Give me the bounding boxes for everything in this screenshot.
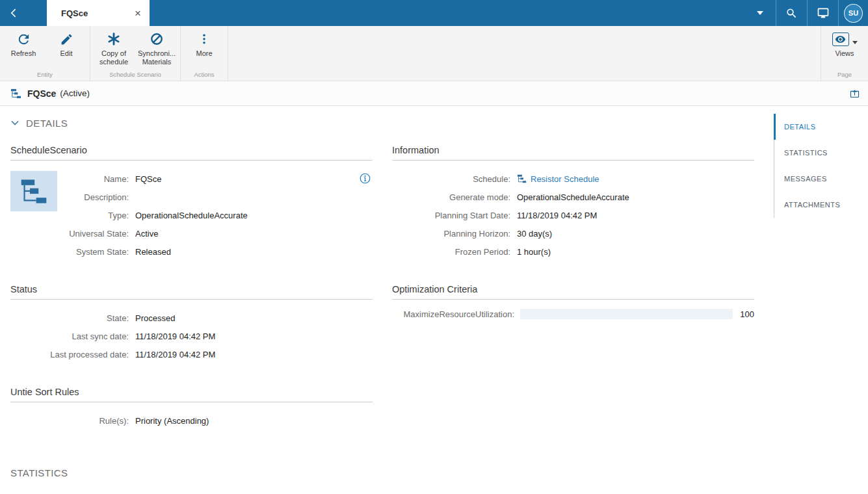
field-row: Last processed date:11/18/2019 04:42 PM xyxy=(10,345,373,363)
field-row: State:Processed xyxy=(10,309,373,327)
panel-title: ScheduleScenario xyxy=(10,145,373,161)
more-dots-icon xyxy=(198,31,211,47)
content-area: DETAILS ScheduleScenario Name:FQSce Desc… xyxy=(0,106,868,494)
main-panel: DETAILS ScheduleScenario Name:FQSce Desc… xyxy=(0,106,774,494)
details-section-header[interactable]: DETAILS xyxy=(10,116,774,129)
topbar: FQSce × SU xyxy=(0,0,868,26)
field-row: Name:FQSce xyxy=(10,170,373,188)
field-row: Planning Start Date:11/18/2019 04:42 PM xyxy=(392,206,754,224)
nav-item-details[interactable]: DETAILS xyxy=(774,114,868,140)
schedule-icon xyxy=(517,174,527,183)
eye-icon xyxy=(832,32,849,46)
details-section-title: DETAILS xyxy=(26,118,68,129)
optimization-label: MaximizeResourceUtilization: xyxy=(392,309,514,319)
panel-optimization-criteria: Optimization Criteria MaximizeResourceUt… xyxy=(392,284,754,319)
back-button[interactable] xyxy=(0,0,29,26)
chevron-down-icon xyxy=(757,11,763,15)
statistics-section-header[interactable]: STATISTICS xyxy=(10,466,774,479)
ribbon-group-label-actions: Actions xyxy=(183,71,226,81)
field-row: Last sync date:11/18/2019 04:42 PM xyxy=(10,327,373,345)
search-button[interactable] xyxy=(776,0,807,26)
avatar: SU xyxy=(844,4,863,23)
ribbon-group-label-schedule-scenario: Schedule Scenario xyxy=(92,71,178,81)
schedule-link[interactable]: Resistor Schedule xyxy=(531,174,599,184)
entity-title-bar: FQSce (Active) xyxy=(0,81,868,106)
panel-status: Status State:Processed Last sync date:11… xyxy=(10,284,373,363)
panel-untie-sort-rules: Untie Sort Rules Rule(s):Priority (Ascen… xyxy=(10,387,373,430)
field-label: Type: xyxy=(10,211,129,220)
copy-of-schedule-label: Copy of schedule xyxy=(92,49,135,66)
field-value: OperationalScheduleAccurate xyxy=(135,211,248,220)
topbar-spacer xyxy=(150,0,744,26)
search-icon xyxy=(785,7,798,20)
panel-information: Information Schedule: Resistor Schedule … xyxy=(392,145,754,261)
more-button[interactable]: More xyxy=(183,26,226,58)
details-grid: ScheduleScenario Name:FQSce Description:… xyxy=(10,145,774,430)
chevron-down-icon xyxy=(852,41,858,44)
ribbon-spacer xyxy=(228,26,821,81)
page-title: FQSce xyxy=(27,88,56,99)
monitor-button[interactable] xyxy=(807,0,838,26)
tab-close-icon[interactable]: × xyxy=(131,6,144,20)
views-label: Views xyxy=(835,49,854,58)
page-title-state: (Active) xyxy=(60,88,90,98)
field-row: Type:OperationalScheduleAccurate xyxy=(10,206,373,224)
panel-schedule-scenario: ScheduleScenario Name:FQSce Description:… xyxy=(10,145,373,261)
ribbon-group-entity: Refresh Edit Entity xyxy=(0,26,90,81)
field-value: Released xyxy=(135,247,171,257)
nav-item-statistics[interactable]: STATISTICS xyxy=(774,140,868,166)
field-row: Frozen Period:1 hour(s) xyxy=(392,242,754,261)
sync-materials-icon xyxy=(150,31,164,47)
asterisk-icon xyxy=(107,31,121,47)
ribbon-group-schedule-scenario: Copy of schedule Synchroni... Materials … xyxy=(90,26,181,81)
ribbon-group-label-page: Page xyxy=(823,71,866,81)
refresh-label: Refresh xyxy=(11,49,36,58)
info-icon[interactable] xyxy=(359,172,371,185)
optimization-row: MaximizeResourceUtilization: 100 xyxy=(392,309,754,319)
refresh-icon xyxy=(16,31,31,47)
synchronize-materials-button[interactable]: Synchroni... Materials xyxy=(135,26,178,66)
field-row: Description: xyxy=(10,188,373,206)
nav-item-messages[interactable]: MESSAGES xyxy=(774,166,868,192)
tab-title: FQSce xyxy=(61,8,131,18)
nav-item-attachments[interactable]: ATTACHMENTS xyxy=(774,192,868,218)
optimization-value: 100 xyxy=(739,309,754,319)
ribbon-group-actions: More Actions xyxy=(181,26,228,81)
field-value: 11/18/2019 04:42 PM xyxy=(135,350,215,359)
field-value: Active xyxy=(135,229,158,239)
field-label: Rule(s): xyxy=(10,416,129,426)
field-value: 11/18/2019 04:42 PM xyxy=(517,211,597,220)
field-label: Universal State: xyxy=(10,229,129,239)
field-label: Schedule: xyxy=(392,174,510,184)
tab-fqsce[interactable]: FQSce × xyxy=(47,0,150,26)
refresh-button[interactable]: Refresh xyxy=(2,26,45,58)
field-label: Last processed date: xyxy=(10,350,129,359)
field-row: Planning Horizon:30 day(s) xyxy=(392,224,754,242)
user-menu-button[interactable]: SU xyxy=(838,0,868,26)
copy-of-schedule-button[interactable]: Copy of schedule xyxy=(92,26,135,66)
open-in-window-icon xyxy=(849,88,860,99)
field-row: System State:Released xyxy=(10,242,373,261)
schedule-scenario-icon xyxy=(10,88,21,99)
edit-button[interactable]: Edit xyxy=(45,26,88,58)
ribbon-toolbar: Refresh Edit Entity Copy of schedule xyxy=(0,26,868,81)
field-label: State: xyxy=(10,313,129,323)
field-value: Processed xyxy=(135,313,175,323)
field-value: 1 hour(s) xyxy=(517,247,551,257)
tab-list-dropdown-button[interactable] xyxy=(744,0,776,26)
chevron-down-icon xyxy=(10,120,20,126)
ribbon-group-label-entity: Entity xyxy=(2,71,88,81)
open-in-window-button[interactable] xyxy=(848,86,861,100)
more-label: More xyxy=(196,49,212,58)
views-button[interactable]: Views xyxy=(823,26,866,58)
chevron-left-icon xyxy=(8,6,21,20)
field-row: Universal State:Active xyxy=(10,224,373,242)
panel-title: Information xyxy=(392,145,754,161)
panel-title: Optimization Criteria xyxy=(392,284,754,300)
field-row: Generate mode:OperationalScheduleAccurat… xyxy=(392,188,754,206)
statistics-section-title: STATISTICS xyxy=(10,467,68,478)
pencil-icon xyxy=(60,31,73,47)
scenario-thumbnail xyxy=(10,171,57,211)
synchronize-materials-label: Synchroni... Materials xyxy=(135,49,178,66)
field-value: 11/18/2019 04:42 PM xyxy=(135,332,215,341)
